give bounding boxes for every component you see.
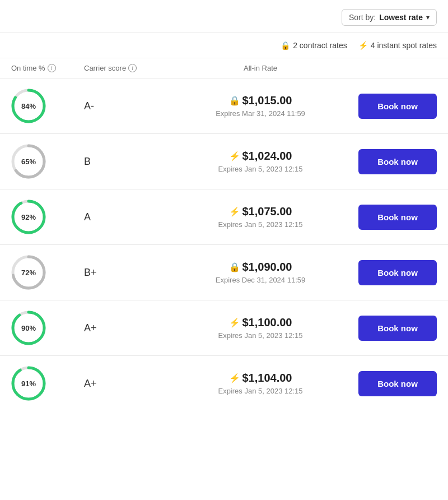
- on-time-circle: 92%: [11, 200, 46, 234]
- rate-value: $1,015.00: [242, 94, 292, 107]
- on-time-pct-label: 90%: [21, 324, 36, 332]
- sort-by-value: Lowest rate: [379, 13, 423, 22]
- rate-value: $1,075.00: [242, 205, 292, 218]
- carrier-score-cell: A+: [84, 378, 174, 390]
- on-time-circle: 90%: [11, 311, 46, 345]
- rate-amount: ⚡ $1,075.00: [174, 205, 347, 218]
- carrier-score-label: Carrier score: [84, 64, 126, 72]
- on-time-header: On time % i: [11, 64, 84, 72]
- bolt-icon: ⚡: [229, 206, 240, 217]
- table-header: On time % i Carrier score i All-in Rate: [0, 58, 448, 78]
- rate-info-cell: ⚡ $1,024.00 Expires Jan 5, 2023 12:15: [174, 150, 347, 173]
- table-row: 72% B+ 🔒 $1,090.00 Expires Dec 31, 2024 …: [0, 245, 448, 300]
- book-now-button[interactable]: Book now: [358, 371, 437, 396]
- lock-icon: 🔒: [281, 41, 290, 50]
- on-time-pct-label: 72%: [21, 268, 36, 277]
- on-time-pct-label: 92%: [21, 213, 36, 221]
- book-now-cell: Book now: [347, 260, 437, 285]
- book-now-button[interactable]: Book now: [358, 205, 437, 230]
- bolt-icon: ⚡: [229, 151, 240, 161]
- spot-rates-text: 4 instant spot rates: [371, 41, 437, 50]
- contract-rates-item: 🔒 2 contract rates: [281, 41, 347, 50]
- on-time-label: On time %: [11, 64, 45, 72]
- on-time-cell: 91%: [11, 366, 84, 401]
- on-time-circle: 72%: [11, 255, 46, 290]
- rate-info-cell: 🔒 $1,015.00 Expires Mar 31, 2024 11:59: [174, 94, 347, 118]
- rate-amount: ⚡ $1,024.00: [174, 150, 347, 163]
- top-bar: Sort by: Lowest rate ▾: [0, 0, 448, 33]
- book-now-cell: Book now: [347, 205, 437, 230]
- all-in-rate-label: All-in Rate: [244, 64, 277, 72]
- rate-info-cell: 🔒 $1,090.00 Expires Dec 31, 2024 11:59: [174, 261, 347, 284]
- carrier-score-cell: A-: [84, 100, 174, 112]
- all-in-rate-header: All-in Rate: [174, 64, 347, 72]
- rate-info-cell: ⚡ $1,075.00 Expires Jan 5, 2023 12:15: [174, 205, 347, 229]
- sort-by-dropdown[interactable]: Sort by: Lowest rate ▾: [342, 9, 437, 26]
- carrier-score-info-icon[interactable]: i: [128, 64, 137, 72]
- bolt-icon: ⚡: [229, 317, 240, 328]
- rate-expires: Expires Jan 5, 2023 12:15: [174, 165, 347, 173]
- on-time-cell: 92%: [11, 200, 84, 234]
- on-time-info-icon[interactable]: i: [48, 64, 56, 72]
- book-now-cell: Book now: [347, 149, 437, 174]
- on-time-cell: 84%: [11, 89, 84, 123]
- book-now-button[interactable]: Book now: [358, 149, 437, 174]
- on-time-pct-label: 65%: [21, 158, 36, 166]
- rate-amount: 🔒 $1,090.00: [174, 261, 347, 274]
- on-time-cell: 65%: [11, 144, 84, 179]
- rate-expires: Expires Jan 5, 2023 12:15: [174, 220, 347, 229]
- contract-rates-count: 2: [293, 41, 297, 50]
- on-time-circle: 65%: [11, 144, 46, 179]
- rate-expires: Expires Dec 31, 2024 11:59: [174, 276, 347, 284]
- table-row: 84% A- 🔒 $1,015.00 Expires Mar 31, 2024 …: [0, 78, 448, 134]
- bolt-icon: ⚡: [358, 41, 368, 50]
- rate-expires: Expires Jan 5, 2023 12:15: [174, 387, 347, 395]
- on-time-pct-label: 84%: [21, 102, 36, 110]
- spot-rates-item: ⚡ 4 instant spot rates: [358, 41, 437, 50]
- table-row: 92% A ⚡ $1,075.00 Expires Jan 5, 2023 12…: [0, 189, 448, 245]
- table-row: 65% B ⚡ $1,024.00 Expires Jan 5, 2023 12…: [0, 134, 448, 189]
- rate-amount: ⚡ $1,100.00: [174, 316, 347, 329]
- lock-icon: 🔒: [229, 95, 240, 106]
- on-time-circle: 84%: [11, 89, 46, 123]
- on-time-circle: 91%: [11, 366, 46, 401]
- rate-amount: ⚡ $1,104.00: [174, 372, 347, 385]
- rate-expires: Expires Jan 5, 2023 12:15: [174, 331, 347, 340]
- book-now-cell: Book now: [347, 371, 437, 396]
- rate-info-cell: ⚡ $1,104.00 Expires Jan 5, 2023 12:15: [174, 372, 347, 395]
- book-now-cell: Book now: [347, 94, 437, 119]
- spot-rates-count: 4: [371, 41, 375, 50]
- lock-icon: 🔒: [229, 262, 240, 272]
- carrier-score-header: Carrier score i: [84, 64, 174, 72]
- carrier-score-cell: B+: [84, 267, 174, 279]
- on-time-cell: 72%: [11, 255, 84, 290]
- rate-value: $1,024.00: [242, 150, 292, 163]
- carrier-score-cell: B: [84, 156, 174, 168]
- rate-value: $1,104.00: [242, 372, 292, 385]
- book-now-button[interactable]: Book now: [358, 94, 437, 119]
- carrier-score-cell: A: [84, 211, 174, 223]
- book-now-cell: Book now: [347, 316, 437, 341]
- on-time-pct-label: 91%: [21, 379, 36, 388]
- book-now-button[interactable]: Book now: [358, 260, 437, 285]
- bolt-icon: ⚡: [229, 373, 240, 383]
- rate-info-cell: ⚡ $1,100.00 Expires Jan 5, 2023 12:15: [174, 316, 347, 340]
- table-row: 91% A+ ⚡ $1,104.00 Expires Jan 5, 2023 1…: [0, 356, 448, 411]
- chevron-down-icon: ▾: [426, 13, 430, 21]
- rate-expires: Expires Mar 31, 2024 11:59: [174, 109, 347, 118]
- rate-amount: 🔒 $1,015.00: [174, 94, 347, 107]
- contract-rates-text: 2 contract rates: [293, 41, 347, 50]
- sort-by-label: Sort by:: [349, 13, 376, 22]
- contract-rates-label: contract rates: [300, 41, 347, 50]
- on-time-cell: 90%: [11, 311, 84, 345]
- rate-value: $1,100.00: [242, 316, 292, 329]
- rows-container: 84% A- 🔒 $1,015.00 Expires Mar 31, 2024 …: [0, 78, 448, 411]
- rates-summary: 🔒 2 contract rates ⚡ 4 instant spot rate…: [0, 33, 448, 58]
- book-now-button[interactable]: Book now: [358, 316, 437, 341]
- rate-value: $1,090.00: [242, 261, 292, 274]
- carrier-score-cell: A+: [84, 322, 174, 334]
- table-row: 90% A+ ⚡ $1,100.00 Expires Jan 5, 2023 1…: [0, 300, 448, 356]
- spot-rates-label: instant spot rates: [377, 41, 437, 50]
